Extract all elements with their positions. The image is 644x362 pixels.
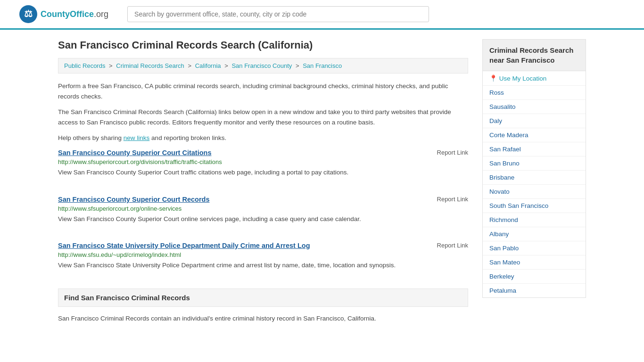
- record-title-row-2: San Francisco County Superior Court Reco…: [58, 196, 468, 203]
- sidebar-item-san-pablo[interactable]: San Pablo: [483, 241, 586, 255]
- county-office-logo-icon: ⚖: [19, 5, 38, 24]
- sidebar-item-corte-madera[interactable]: Corte Madera: [483, 128, 586, 142]
- sidebar-link-san-pablo[interactable]: San Pablo: [483, 241, 586, 255]
- content-wrapper: San Francisco Criminal Records Search (C…: [39, 30, 605, 333]
- description-3: Help others by sharing new links and rep…: [58, 133, 468, 143]
- location-icon: 📍: [489, 75, 499, 82]
- logo-area[interactable]: ⚖ CountyOffice.org: [19, 5, 108, 24]
- record-title-link-3[interactable]: San Francisco State University Police De…: [58, 242, 310, 249]
- record-title-row-3: San Francisco State University Police De…: [58, 242, 468, 249]
- breadcrumb-sep-4: >: [296, 62, 301, 69]
- sidebar: Criminal Records Search near San Francis…: [482, 39, 586, 323]
- breadcrumb: Public Records > Criminal Records Search…: [58, 58, 468, 74]
- sidebar-link-san-rafael[interactable]: San Rafael: [483, 142, 586, 156]
- record-desc-1: View San Francisco County Superior Court…: [58, 167, 468, 178]
- record-entry-1: San Francisco County Superior Court Cita…: [58, 149, 468, 182]
- svg-text:⚖: ⚖: [24, 8, 33, 19]
- desc3-pre: Help others by sharing: [58, 134, 124, 141]
- sidebar-use-location[interactable]: 📍 Use My Location: [483, 71, 586, 86]
- sidebar-link-novato[interactable]: Novato: [483, 185, 586, 198]
- section-description: San Francisco Criminal Records contain a…: [58, 313, 468, 324]
- breadcrumb-link-criminal-records-search[interactable]: Criminal Records Search: [116, 62, 184, 69]
- page-title: San Francisco Criminal Records Search (C…: [58, 39, 468, 51]
- record-url-1: http://www.sfsuperiorcourt.org/divisions…: [58, 158, 468, 165]
- use-my-location-link[interactable]: 📍 Use My Location: [483, 71, 586, 85]
- breadcrumb-link-california[interactable]: California: [195, 62, 221, 69]
- breadcrumb-sep-1: >: [109, 62, 114, 69]
- sidebar-link-south-san-francisco[interactable]: South San Francisco: [483, 199, 586, 213]
- record-url-2: http://www.sfsuperiorcourt.org/online-se…: [58, 205, 468, 212]
- sidebar-item-south-san-francisco[interactable]: South San Francisco: [483, 199, 586, 213]
- sidebar-item-san-mateo[interactable]: San Mateo: [483, 255, 586, 270]
- breadcrumb-link-sf[interactable]: San Francisco: [303, 62, 342, 69]
- record-title-link-2[interactable]: San Francisco County Superior Court Reco…: [58, 196, 209, 203]
- breadcrumb-link-public-records[interactable]: Public Records: [64, 62, 105, 69]
- new-links-link[interactable]: new links: [124, 134, 150, 141]
- report-link-3[interactable]: Report Link: [437, 242, 468, 249]
- breadcrumb-sep-3: >: [224, 62, 230, 69]
- sidebar-title: Criminal Records Search near San Francis…: [482, 39, 586, 71]
- record-entry-3: San Francisco State University Police De…: [58, 242, 468, 275]
- report-link-2[interactable]: Report Link: [437, 196, 468, 203]
- record-entry-2: San Francisco County Superior Court Reco…: [58, 196, 468, 229]
- sidebar-item-san-rafael[interactable]: San Rafael: [483, 142, 586, 156]
- sidebar-link-richmond[interactable]: Richmond: [483, 213, 586, 227]
- sidebar-item-daly[interactable]: Daly: [483, 114, 586, 128]
- sidebar-item-berkeley[interactable]: Berkeley: [483, 270, 586, 284]
- desc3-post: and reporting broken links.: [149, 134, 226, 141]
- sidebar-list: 📍 Use My Location Ross Sausalito Daly Co…: [482, 71, 586, 298]
- record-title-row-1: San Francisco County Superior Court Cita…: [58, 149, 468, 156]
- sidebar-link-petaluma[interactable]: Petaluma: [483, 284, 586, 297]
- report-link-1[interactable]: Report Link: [437, 149, 468, 156]
- record-title-link-1[interactable]: San Francisco County Superior Court Cita…: [58, 149, 211, 156]
- breadcrumb-sep-2: >: [188, 62, 193, 69]
- sidebar-item-san-bruno[interactable]: San Bruno: [483, 156, 586, 171]
- sidebar-link-sausalito[interactable]: Sausalito: [483, 100, 586, 114]
- sidebar-link-berkeley[interactable]: Berkeley: [483, 270, 586, 283]
- record-desc-2: View San Francisco County Superior Court…: [58, 214, 468, 224]
- sidebar-item-brisbane[interactable]: Brisbane: [483, 171, 586, 185]
- sidebar-link-san-bruno[interactable]: San Bruno: [483, 156, 586, 170]
- record-url-3: http://www.sfsu.edu/~upd/crimelog/index.…: [58, 251, 468, 258]
- sidebar-item-ross[interactable]: Ross: [483, 86, 586, 100]
- sidebar-item-sausalito[interactable]: Sausalito: [483, 100, 586, 114]
- find-records-section-header: Find San Francisco Criminal Records: [58, 288, 468, 307]
- main-content: San Francisco Criminal Records Search (C…: [58, 39, 468, 323]
- description-1: Perform a free San Francisco, CA public …: [58, 81, 468, 101]
- header: ⚖ CountyOffice.org: [0, 0, 644, 30]
- breadcrumb-link-sf-county[interactable]: San Francisco County: [231, 62, 292, 69]
- sidebar-link-san-mateo[interactable]: San Mateo: [483, 255, 586, 269]
- sidebar-item-petaluma[interactable]: Petaluma: [483, 284, 586, 297]
- description-2: The San Francisco Criminal Records Searc…: [58, 107, 468, 127]
- sidebar-item-albany[interactable]: Albany: [483, 227, 586, 241]
- sidebar-link-daly[interactable]: Daly: [483, 114, 586, 128]
- sidebar-link-albany[interactable]: Albany: [483, 227, 586, 241]
- logo-text: CountyOffice.org: [41, 9, 108, 19]
- sidebar-link-brisbane[interactable]: Brisbane: [483, 171, 586, 184]
- sidebar-item-richmond[interactable]: Richmond: [483, 213, 586, 227]
- record-desc-3: View San Francisco State University Poli…: [58, 260, 468, 271]
- search-input[interactable]: [127, 6, 429, 22]
- sidebar-link-ross[interactable]: Ross: [483, 86, 586, 99]
- sidebar-link-corte-madera[interactable]: Corte Madera: [483, 128, 586, 142]
- sidebar-item-novato[interactable]: Novato: [483, 185, 586, 199]
